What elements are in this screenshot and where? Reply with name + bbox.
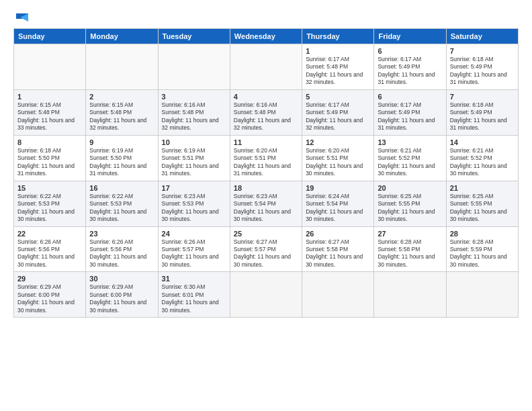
col-header-thursday: Thursday [302,29,374,44]
day-info: Sunrise: 6:16 AMSunset: 5:48 PMDaylight:… [234,101,298,132]
day-info: Sunrise: 6:27 AMSunset: 5:58 PMDaylight:… [306,238,370,269]
calendar-cell: 7 Sunrise: 6:18 AMSunset: 5:49 PMDayligh… [446,89,518,135]
day-number: 1 [17,93,82,101]
day-number: 7 [450,93,515,101]
calendar-cell [230,272,302,318]
day-info: Sunrise: 6:23 AMSunset: 5:54 PMDaylight:… [234,193,298,224]
day-number: 27 [378,230,442,238]
calendar-cell: 3 Sunrise: 6:16 AMSunset: 5:48 PMDayligh… [158,89,230,135]
day-number: 24 [162,230,226,238]
day-info: Sunrise: 6:19 AMSunset: 5:50 PMDaylight:… [89,147,154,178]
calendar-cell: 11 Sunrise: 6:20 AMSunset: 5:51 PMDaylig… [230,135,302,181]
col-header-sunday: Sunday [14,29,86,44]
day-number: 28 [450,230,515,238]
day-info: Sunrise: 6:18 AMSunset: 5:49 PMDaylight:… [450,101,515,132]
day-info: Sunrise: 6:28 AMSunset: 5:58 PMDaylight:… [378,238,442,269]
day-number: 19 [306,184,370,192]
page: SundayMondayTuesdayWednesdayThursdayFrid… [0,0,532,411]
calendar-cell [230,44,302,90]
calendar-cell: 1 Sunrise: 6:17 AMSunset: 5:48 PMDayligh… [302,44,374,90]
day-info: Sunrise: 6:29 AMSunset: 6:00 PMDaylight:… [17,283,82,314]
logo [13,12,30,21]
day-info: Sunrise: 6:15 AMSunset: 5:48 PMDaylight:… [17,101,82,132]
calendar-cell [302,272,374,318]
col-header-tuesday: Tuesday [158,29,230,44]
calendar-cell [86,44,158,90]
day-number: 22 [17,230,82,238]
day-number: 29 [17,275,82,283]
day-info: Sunrise: 6:24 AMSunset: 5:54 PMDaylight:… [306,193,370,224]
day-info: Sunrise: 6:26 AMSunset: 5:56 PMDaylight:… [89,238,154,269]
day-info: Sunrise: 6:17 AMSunset: 5:49 PMDaylight:… [378,56,442,87]
calendar-cell [374,272,446,318]
day-info: Sunrise: 6:18 AMSunset: 5:49 PMDaylight:… [450,56,515,87]
day-info: Sunrise: 6:17 AMSunset: 5:49 PMDaylight:… [306,101,370,132]
calendar-cell: 5 Sunrise: 6:17 AMSunset: 5:49 PMDayligh… [302,89,374,135]
calendar-cell: 1 Sunrise: 6:15 AMSunset: 5:48 PMDayligh… [14,89,86,135]
day-number: 9 [89,138,154,146]
day-number: 31 [162,275,226,283]
day-number: 12 [306,138,370,146]
calendar-cell: 23 Sunrise: 6:26 AMSunset: 5:56 PMDaylig… [86,226,158,272]
day-info: Sunrise: 6:22 AMSunset: 5:53 PMDaylight:… [17,193,82,224]
day-info: Sunrise: 6:15 AMSunset: 5:48 PMDaylight:… [89,101,154,132]
day-number: 21 [450,184,515,192]
col-header-wednesday: Wednesday [230,29,302,44]
day-number: 30 [89,275,154,283]
day-info: Sunrise: 6:25 AMSunset: 5:55 PMDaylight:… [378,193,442,224]
calendar-cell: 19 Sunrise: 6:24 AMSunset: 5:54 PMDaylig… [302,181,374,226]
day-number: 3 [162,93,226,101]
day-info: Sunrise: 6:23 AMSunset: 5:53 PMDaylight:… [162,193,226,224]
calendar-cell [14,44,86,90]
calendar-cell: 8 Sunrise: 6:18 AMSunset: 5:50 PMDayligh… [14,135,86,181]
calendar-cell: 18 Sunrise: 6:23 AMSunset: 5:54 PMDaylig… [230,181,302,226]
calendar-cell: 25 Sunrise: 6:27 AMSunset: 5:57 PMDaylig… [230,226,302,272]
calendar-cell: 6 Sunrise: 6:17 AMSunset: 5:49 PMDayligh… [374,89,446,135]
day-info: Sunrise: 6:20 AMSunset: 5:51 PMDaylight:… [306,147,370,178]
day-info: Sunrise: 6:26 AMSunset: 5:57 PMDaylight:… [162,238,226,269]
calendar-cell: 31 Sunrise: 6:30 AMSunset: 6:01 PMDaylig… [158,272,230,318]
day-info: Sunrise: 6:16 AMSunset: 5:48 PMDaylight:… [162,101,226,132]
calendar-cell: 27 Sunrise: 6:28 AMSunset: 5:58 PMDaylig… [374,226,446,272]
day-info: Sunrise: 6:20 AMSunset: 5:51 PMDaylight:… [234,147,298,178]
day-number: 18 [234,184,298,192]
calendar-cell: 9 Sunrise: 6:19 AMSunset: 5:50 PMDayligh… [86,135,158,181]
day-number: 4 [234,93,298,101]
day-number: 8 [17,138,82,146]
day-info: Sunrise: 6:25 AMSunset: 5:55 PMDaylight:… [450,193,515,224]
calendar-table: SundayMondayTuesdayWednesdayThursdayFrid… [13,28,519,318]
day-info: Sunrise: 6:27 AMSunset: 5:57 PMDaylight:… [234,238,298,269]
day-number: 17 [162,184,226,192]
day-number: 23 [89,230,154,238]
day-number: 2 [89,93,154,101]
col-header-friday: Friday [374,29,446,44]
calendar-cell: 12 Sunrise: 6:20 AMSunset: 5:51 PMDaylig… [302,135,374,181]
calendar-cell: 24 Sunrise: 6:26 AMSunset: 5:57 PMDaylig… [158,226,230,272]
col-header-monday: Monday [86,29,158,44]
calendar-cell: 21 Sunrise: 6:25 AMSunset: 5:55 PMDaylig… [446,181,518,226]
day-number: 14 [450,138,515,146]
calendar-cell: 7 Sunrise: 6:18 AMSunset: 5:49 PMDayligh… [446,44,518,90]
day-number: 16 [89,184,154,192]
calendar-cell: 14 Sunrise: 6:21 AMSunset: 5:52 PMDaylig… [446,135,518,181]
day-number: 15 [17,184,82,192]
day-info: Sunrise: 6:18 AMSunset: 5:50 PMDaylight:… [17,147,82,178]
day-number: 6 [378,47,442,55]
day-info: Sunrise: 6:19 AMSunset: 5:51 PMDaylight:… [162,147,226,178]
day-info: Sunrise: 6:26 AMSunset: 5:56 PMDaylight:… [17,238,82,269]
calendar-cell: 2 Sunrise: 6:15 AMSunset: 5:48 PMDayligh… [86,89,158,135]
calendar-cell: 28 Sunrise: 6:28 AMSunset: 5:59 PMDaylig… [446,226,518,272]
day-info: Sunrise: 6:21 AMSunset: 5:52 PMDaylight:… [378,147,442,178]
calendar-cell: 13 Sunrise: 6:21 AMSunset: 5:52 PMDaylig… [374,135,446,181]
day-info: Sunrise: 6:28 AMSunset: 5:59 PMDaylight:… [450,238,515,269]
calendar-cell: 22 Sunrise: 6:26 AMSunset: 5:56 PMDaylig… [14,226,86,272]
calendar-cell: 6 Sunrise: 6:17 AMSunset: 5:49 PMDayligh… [374,44,446,90]
day-info: Sunrise: 6:30 AMSunset: 6:01 PMDaylight:… [162,283,226,314]
day-info: Sunrise: 6:17 AMSunset: 5:48 PMDaylight:… [306,56,370,87]
col-header-saturday: Saturday [446,29,518,44]
header [13,12,519,21]
calendar-cell: 15 Sunrise: 6:22 AMSunset: 5:53 PMDaylig… [14,181,86,226]
day-number: 10 [162,138,226,146]
calendar-cell: 16 Sunrise: 6:22 AMSunset: 5:53 PMDaylig… [86,181,158,226]
calendar-cell: 20 Sunrise: 6:25 AMSunset: 5:55 PMDaylig… [374,181,446,226]
